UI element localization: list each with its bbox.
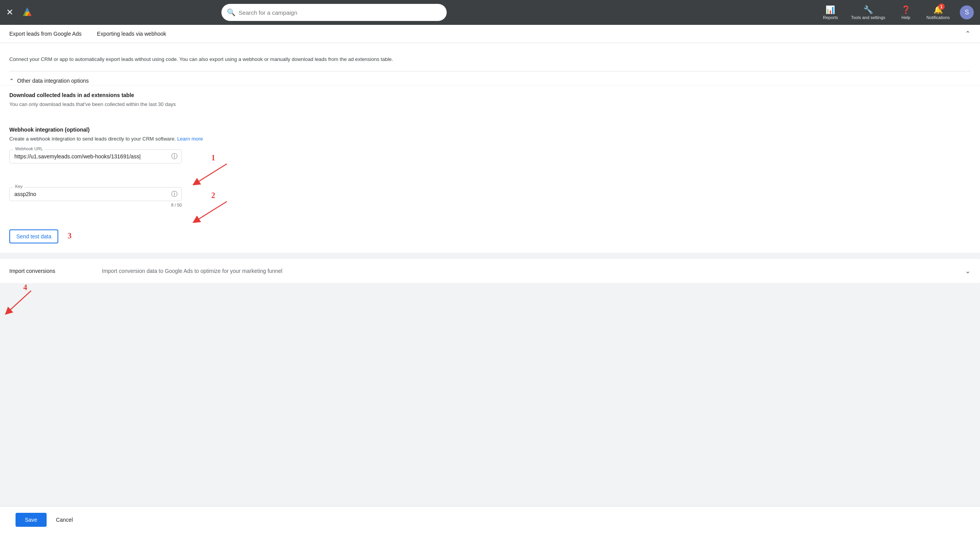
import-header: Import conversions Import conversion dat… [0,259,980,283]
search-icon: 🔍 [227,8,235,17]
breadcrumb-separator [86,31,92,37]
breadcrumb-titles: Export leads from Google Ads Exporting l… [9,31,166,37]
webhook-url-input[interactable] [14,153,166,160]
svg-line-10 [8,291,31,312]
import-conversions-card: Import conversions Import conversion dat… [0,259,980,283]
key-label: Key [14,184,24,189]
learn-more-link[interactable]: Learn more [177,136,203,142]
search-container: 🔍 [221,4,447,21]
send-test-button[interactable]: Send test data [9,229,58,243]
import-expand-button[interactable]: ⌄ [965,267,971,275]
annotation-label-1: 1 [211,153,215,162]
reports-icon: 📊 [825,5,835,14]
key-box[interactable]: Key ⓘ [9,187,182,201]
topnav: ✕ 🔍 📊 Reports 🔧 Tools and settings ❓ Hel… [0,0,980,25]
download-leads-section: Download collected leads in ad extension… [0,85,980,118]
webhook-section: Webhook integration (optional) Create a … [0,117,980,253]
webhook-url-field-group: Webhook URL ⓘ [9,149,182,163]
annotation-arrow-2 [188,201,242,225]
search-input[interactable] [221,4,447,21]
help-icon: ❓ [901,5,911,14]
webhook-title: Webhook integration (optional) [9,127,971,133]
download-leads-desc: You can only download leads that've been… [9,101,971,108]
breadcrumb-title2: Exporting leads via webhook [97,31,166,37]
topnav-actions: 📊 Reports 🔧 Tools and settings ❓ Help 🔔 … [817,3,974,22]
other-data-header[interactable]: ⌃ Other data integration options [9,78,971,84]
char-count: 8 / 50 [9,203,182,207]
avatar[interactable]: S [960,5,974,19]
webhook-url-box[interactable]: Webhook URL ⓘ [9,149,182,163]
breadcrumb-title1: Export leads from Google Ads [9,31,82,37]
import-title: Import conversions [9,268,55,274]
cancel-button[interactable]: Cancel [53,513,76,527]
key-input[interactable] [14,191,166,197]
bottom-bar: Save Cancel [0,506,980,533]
download-leads-title: Download collected leads in ad extension… [9,92,971,98]
annotation-arrow-4 [0,287,47,318]
collapse-button[interactable]: ⌃ [965,30,971,38]
help-button[interactable]: ❓ Help [892,3,919,22]
webhook-description: Create a webhook integration to send lea… [9,136,971,142]
svg-line-8 [196,201,227,221]
notifications-button[interactable]: 🔔 1 Notifications [921,3,955,22]
annotation-label-3: 3 [68,231,71,240]
breadcrumb: Export leads from Google Ads Exporting l… [0,25,980,43]
logo [20,5,34,19]
reports-button[interactable]: 📊 Reports [817,3,844,22]
tools-icon: 🔧 [863,5,873,14]
google-ads-logo [20,5,34,19]
save-button[interactable]: Save [16,513,47,527]
notification-wrapper: 🔔 1 [933,5,943,14]
annotation-label-4: 4 [23,283,27,292]
chevron-up-icon: ⌃ [9,78,14,84]
other-data-label: Other data integration options [17,78,89,84]
svg-line-6 [196,164,227,183]
other-data-section: ⌃ Other data integration options [0,71,980,85]
main-wrapper: Export leads from Google Ads Exporting l… [0,25,980,345]
import-desc: Import conversion data to Google Ads to … [102,268,282,274]
annotation-arrow-1 [188,164,242,187]
section-description: Connect your CRM or app to automatically… [0,51,980,71]
webhook-help-icon[interactable]: ⓘ [171,153,178,161]
annotation-label-2: 2 [211,191,215,200]
close-button[interactable]: ✕ [6,8,13,17]
notification-badge: 1 [938,3,945,10]
key-field-group: Key ⓘ 8 / 50 [9,187,182,207]
tools-settings-button[interactable]: 🔧 Tools and settings [846,3,891,22]
annotation-4-area: 4 [0,283,980,314]
webhook-url-label: Webhook URL [14,146,44,151]
key-help-icon[interactable]: ⓘ [171,190,178,198]
